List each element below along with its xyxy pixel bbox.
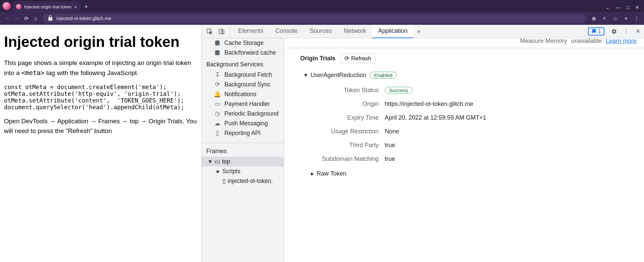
bookmark-icon[interactable]: ☆: [610, 14, 620, 23]
kebab-menu-icon[interactable]: ⋮: [632, 14, 641, 23]
sidebar-group-bg-services: Background Services: [202, 58, 284, 70]
fetch-icon: ↧: [214, 71, 221, 78]
titlebar: Injected origin trial token × + ⌄ — □ ✕: [0, 0, 644, 12]
frame-top[interactable]: ▾ ▭ top: [202, 157, 284, 167]
application-main-pane: Measure Memory unavailable Learn more Or…: [284, 38, 644, 262]
tab-elements[interactable]: Elements: [232, 25, 269, 38]
trial-status-badge: Enabled: [370, 72, 397, 79]
measure-memory-label: Measure Memory: [520, 38, 567, 45]
frame-leaf[interactable]: ▯ injected-ot-token.: [202, 176, 284, 186]
trial-name: UserAgentReduction: [311, 72, 366, 79]
subdomain-label: Subdomain Matching: [284, 155, 385, 162]
favicon-icon: [16, 4, 21, 9]
window-icon: ▭: [214, 158, 220, 165]
tab-console[interactable]: Console: [269, 25, 304, 38]
measure-memory-value: unavailable: [571, 38, 602, 45]
address-bar: ← → ⟳ ⌂ injected-ot-token.glitch.me ⊕ < …: [0, 12, 644, 25]
forward-button[interactable]: →: [12, 14, 21, 23]
devtools-tab-bar: Elements Console Sources Network Applica…: [202, 25, 644, 38]
usage-value: None: [385, 128, 637, 135]
raw-token-row[interactable]: ▸ Raw Token: [284, 162, 644, 177]
svg-rect-1: [219, 29, 223, 34]
issues-chip[interactable]: 1: [588, 27, 604, 36]
device-toolbar-icon[interactable]: [216, 25, 228, 38]
sidebar-item-reporting[interactable]: ▯Reporting API: [202, 128, 284, 138]
token-status-value: Success: [385, 87, 413, 94]
database-icon: [214, 50, 221, 56]
clock-icon: ◷: [214, 110, 221, 117]
database-icon: [214, 40, 221, 47]
minimize-button[interactable]: —: [616, 5, 621, 10]
rendered-page: Injected origin trial token This page sh…: [0, 25, 201, 262]
tab-application[interactable]: Application: [372, 25, 414, 38]
lock-icon: [47, 15, 54, 22]
divider: [230, 27, 230, 36]
third-party-value: true: [385, 142, 637, 149]
refresh-icon: ⟳: [344, 55, 349, 62]
code-sample: const otMeta = document.createElement('m…: [4, 84, 197, 111]
sidebar-item-bg-sync[interactable]: ⟳Background Sync: [202, 80, 284, 89]
origin-value: https://injected-ot-token.glitch.me: [385, 101, 637, 108]
sidebar-item-push[interactable]: ☁Push Messaging: [202, 119, 284, 128]
settings-icon[interactable]: [608, 25, 620, 38]
share-icon[interactable]: <: [600, 14, 609, 23]
extensions-icon[interactable]: ✦: [621, 14, 631, 23]
application-sidebar: Cache Storage Back/forward cache Backgro…: [202, 38, 284, 262]
sidebar-group-frames: Frames: [202, 143, 284, 157]
new-tab-button[interactable]: +: [80, 1, 92, 12]
tab-network[interactable]: Network: [338, 25, 372, 38]
close-window-button[interactable]: ✕: [635, 5, 639, 10]
cloud-icon: ☁: [214, 120, 221, 127]
subdomain-value: true: [385, 155, 637, 162]
more-tabs-icon[interactable]: »: [414, 28, 424, 35]
zoom-icon[interactable]: ⊕: [589, 14, 598, 23]
kebab-icon[interactable]: ⋮: [620, 25, 632, 38]
window-controls: ⌄ — □ ✕: [606, 5, 644, 12]
close-devtools-icon[interactable]: ✕: [632, 25, 644, 38]
page-intro: This page shows a simple example of inje…: [4, 58, 197, 78]
disclosure-triangle-icon[interactable]: ▸: [216, 168, 220, 175]
disclosure-triangle-icon[interactable]: ▾: [208, 158, 212, 165]
maximize-button[interactable]: □: [627, 5, 629, 10]
issues-count: 1: [598, 28, 601, 35]
raw-token-label: Raw Token: [317, 170, 346, 177]
disclosure-triangle-icon[interactable]: ▾: [304, 71, 307, 79]
learn-more-link[interactable]: Learn more: [606, 38, 637, 45]
profile-avatar[interactable]: [3, 2, 11, 10]
url-input[interactable]: injected-ot-token.glitch.me: [43, 14, 586, 23]
url-text: injected-ot-token.glitch.me: [56, 16, 111, 21]
home-button[interactable]: ⌂: [31, 14, 40, 23]
frame-scripts[interactable]: ▸ Scripts: [202, 167, 284, 176]
sidebar-item-cache-storage[interactable]: Cache Storage: [202, 38, 284, 48]
expiry-value: April 20, 2022 at 12:59:59 AM GMT+1: [385, 114, 637, 121]
disclosure-triangle-icon[interactable]: ▸: [311, 170, 314, 177]
bell-icon: 🔔: [214, 91, 221, 98]
origin-trials-title: Origin Trials: [300, 55, 335, 62]
trial-details: Token Status Success Origin https://inje…: [284, 81, 644, 162]
sidebar-item-periodic[interactable]: ◷Periodic Background: [202, 109, 284, 119]
tab-sources[interactable]: Sources: [304, 25, 338, 38]
trial-row[interactable]: ▾ UserAgentReduction Enabled: [284, 67, 644, 81]
workspace: Injected origin trial token This page sh…: [0, 25, 644, 262]
measure-memory-row: Measure Memory unavailable Learn more: [284, 38, 644, 48]
tab-title: Injected origin trial token: [24, 4, 71, 9]
close-tab-icon[interactable]: ×: [74, 4, 77, 10]
browser-tab[interactable]: Injected origin trial token ×: [13, 1, 80, 12]
sidebar-item-bfcache[interactable]: Back/forward cache: [202, 48, 284, 58]
tab-search-icon[interactable]: ⌄: [606, 5, 610, 10]
sidebar-item-notifications[interactable]: 🔔Notifications: [202, 89, 284, 99]
usage-label: Usage Restriction: [284, 128, 385, 135]
refresh-button[interactable]: ⟳ Refresh: [340, 54, 376, 63]
sidebar-item-bg-fetch[interactable]: ↧Background Fetch: [202, 70, 284, 80]
inspect-element-icon[interactable]: [204, 25, 216, 38]
card-icon: ▭: [214, 101, 221, 108]
token-status-label: Token Status: [284, 87, 385, 94]
sidebar-item-payment[interactable]: ▭Payment Handler: [202, 99, 284, 109]
expiry-label: Expiry Time: [284, 114, 385, 121]
svg-rect-2: [222, 30, 224, 34]
sync-icon: ⟳: [214, 81, 221, 88]
file-icon: ▯: [222, 178, 226, 185]
origin-trials-header: Origin Trials ⟳ Refresh: [284, 48, 644, 67]
reload-button[interactable]: ⟳: [21, 14, 31, 23]
back-button[interactable]: ←: [3, 14, 12, 23]
